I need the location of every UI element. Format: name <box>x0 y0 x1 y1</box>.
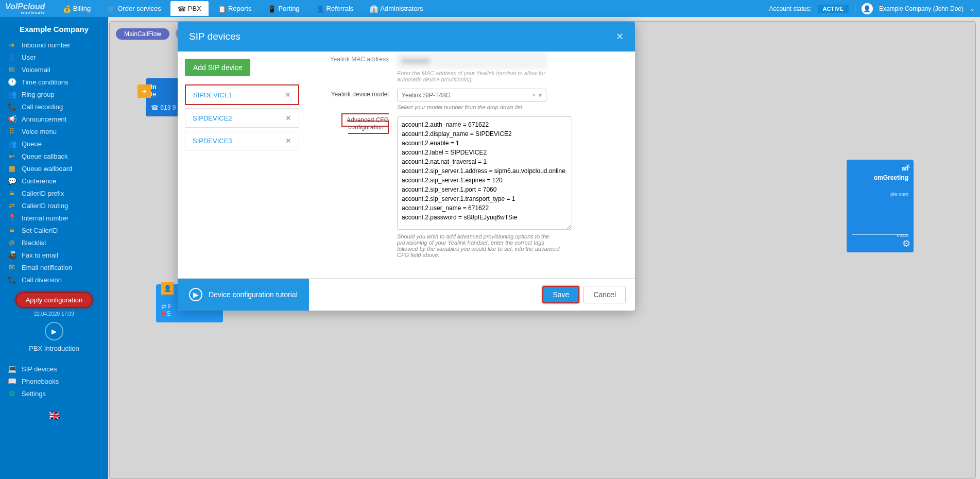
divert-icon: 📞 <box>7 276 16 284</box>
user-icon: 👤 <box>863 5 871 12</box>
sidebar-item-user[interactable]: 👤User <box>0 51 108 63</box>
tab-admins[interactable]: 👔Administrators <box>363 1 430 16</box>
delete-icon[interactable]: ✕ <box>285 91 291 99</box>
gear-icon: ⚙ <box>7 389 16 398</box>
close-icon[interactable]: ✕ <box>905 163 910 170</box>
sidebar-item-setcid[interactable]: ≡Set CallerID <box>0 224 108 236</box>
device-row-1[interactable]: SIPDEVICE1 ✕ <box>185 84 299 105</box>
arrow-badge-icon: ➜ <box>137 84 151 98</box>
admin-icon: 👔 <box>370 5 377 12</box>
delete-icon[interactable]: ✕ <box>285 114 291 122</box>
sidebar-item-wallboard[interactable]: ▦Queue wallboard <box>0 162 108 175</box>
sidebar-item-cid-routing[interactable]: ⇄CallerID routing <box>0 199 108 212</box>
tab-order[interactable]: 🛒Order services <box>100 1 168 16</box>
apply-config-button[interactable]: Apply configuration <box>15 292 93 308</box>
sip-devices-modal: SIP devices ✕ Add SIP device SIPDEVICE1 … <box>178 22 635 311</box>
device-label: SIPDEVICE2 <box>193 114 232 122</box>
device-row-2[interactable]: SIPDEVICE2 ✕ <box>185 108 299 128</box>
sidebar-item-internal[interactable]: 📍Internal number <box>0 212 108 224</box>
sidebar-item-settings[interactable]: ⚙Settings <box>0 387 108 400</box>
flag-uk[interactable]: 🇬🇧 <box>0 410 108 421</box>
megaphone-icon: 📢 <box>7 115 16 123</box>
modal-footer: ▶ Device configuration tutorial Save Can… <box>178 278 635 311</box>
tab-referrals[interactable]: 👤Referrals <box>309 1 361 16</box>
block-icon: ⊘ <box>7 238 16 247</box>
clear-icon[interactable]: × <box>529 92 539 99</box>
cfg-label: Advanced CFG configuration <box>341 113 389 134</box>
chat-icon: 💬 <box>7 177 16 185</box>
avatar[interactable]: 👤 <box>862 3 873 14</box>
device-icon: 💻 <box>7 365 16 373</box>
modal-title: SIP devices <box>189 31 240 42</box>
sidebar-item-diversion[interactable]: 📞Call diversion <box>0 273 108 286</box>
sidebar-item-ring[interactable]: 👥Ring group <box>0 88 108 100</box>
mac-input[interactable] <box>397 54 546 68</box>
play-intro-button[interactable]: ▶ <box>45 322 63 340</box>
delete-icon[interactable]: ✕ <box>285 136 291 145</box>
clipboard-icon: 📋 <box>218 5 225 12</box>
sidebar-item-announcement[interactable]: 📢Announcement <box>0 113 108 125</box>
cancel-button[interactable]: Cancel <box>583 286 626 303</box>
route-icon: ⇄ <box>7 201 16 210</box>
clock-icon: 🕐 <box>7 78 16 86</box>
sidebar-item-voicemenu[interactable]: ⠿Voice menu <box>0 125 108 138</box>
model-select[interactable]: Yealink SIP-T48G × ▾ <box>397 89 546 102</box>
sidebar-item-queue[interactable]: 👥Queue <box>0 138 108 150</box>
tab-billing[interactable]: 💰Billing <box>56 1 98 16</box>
phone-small-icon: ☎ <box>151 104 159 111</box>
sidebar-item-time[interactable]: 🕐Time conditions <box>0 76 108 88</box>
tutorial-bar[interactable]: ▶ Device configuration tutorial <box>178 279 309 311</box>
sidebar-item-fax[interactable]: 📠Fax to email <box>0 249 108 261</box>
sidebar-item-phonebooks[interactable]: 📖Phonebooks <box>0 375 108 387</box>
phone-icon: 📞 <box>7 102 16 111</box>
mail-icon: ✉ <box>7 65 16 74</box>
node-voicemail[interactable]: ✕ ail omGreeting ple.com 00:00 ⚙ <box>847 160 914 252</box>
device-list: Add SIP device SIPDEVICE1 ✕ SIPDEVICE2 ✕… <box>178 52 306 278</box>
model-help: Select your model number from the drop d… <box>397 104 562 110</box>
sidebar-item-conference[interactable]: 💬Conference <box>0 175 108 187</box>
user-icon: 👤 <box>7 53 16 61</box>
gear-icon[interactable]: ⚙ <box>902 238 910 249</box>
coins-icon: 💰 <box>63 5 70 12</box>
audio-time: 00:00 <box>897 233 908 238</box>
cfg-help: Should you wish to add advanced provisio… <box>397 233 562 258</box>
email-icon: ✉ <box>7 263 16 271</box>
user-name[interactable]: Example Company (John Doe) <box>879 5 964 12</box>
cfg-textarea[interactable] <box>397 116 572 230</box>
logo[interactable]: VoIPcloud wholesale <box>5 3 45 15</box>
top-bar: VoIPcloud wholesale 💰Billing 🛒Order serv… <box>0 0 980 17</box>
device-form[interactable]: Yealink MAC address Enter the MAC addres… <box>306 52 635 278</box>
phone-icon: ☎ <box>178 5 185 12</box>
chevron-down-icon[interactable]: ⌄ <box>970 5 975 12</box>
tab-pbx[interactable]: ☎PBX <box>170 1 209 16</box>
flow-tab[interactable]: MainCallFlow <box>116 28 169 40</box>
sidebar-item-callback[interactable]: ↩Queue callback <box>0 150 108 162</box>
logo-text: VoIPcloud <box>5 3 45 11</box>
status-badge: ACTIVE <box>818 5 849 13</box>
sidebar-item-voicemail[interactable]: ✉Voicemail <box>0 63 108 76</box>
close-icon[interactable]: ✕ <box>616 31 624 42</box>
chevron-down-icon[interactable]: ▾ <box>539 92 542 99</box>
sidebar-item-email[interactable]: ✉Email notification <box>0 261 108 273</box>
play-icon: ▶ <box>51 328 57 335</box>
logo-sub: wholesale <box>5 11 45 15</box>
save-button[interactable]: Save <box>542 286 579 303</box>
tab-reports[interactable]: 📋Reports <box>211 1 259 16</box>
sidebar-item-cid-prefix[interactable]: ≡CallerID prefix <box>0 187 108 199</box>
tab-porting[interactable]: 📱Porting <box>261 1 306 16</box>
sidebar-item-inbound[interactable]: ➜Inbound number <box>0 39 108 51</box>
list-icon: ≡ <box>7 189 16 197</box>
arrow-icon: ➜ <box>7 41 16 49</box>
sidebar: Example Company ➜Inbound number 👤User ✉V… <box>0 17 108 479</box>
group-icon: 👥 <box>7 90 16 98</box>
sidebar-item-sip[interactable]: 💻SIP devices <box>0 363 108 375</box>
wallboard-icon: ▦ <box>7 164 16 173</box>
sidebar-item-blacklist[interactable]: ⊘Blacklist <box>0 236 108 249</box>
add-sip-device-button[interactable]: Add SIP device <box>185 59 250 76</box>
device-row-3[interactable]: SIPDEVICE3 ✕ <box>185 131 299 150</box>
mobile-icon: 📱 <box>268 5 275 12</box>
queue-icon: 👥 <box>7 140 16 148</box>
divider <box>855 4 855 14</box>
sidebar-item-recording[interactable]: 📞Call recording <box>0 100 108 113</box>
intro-label: PBX Introduction <box>0 345 108 352</box>
